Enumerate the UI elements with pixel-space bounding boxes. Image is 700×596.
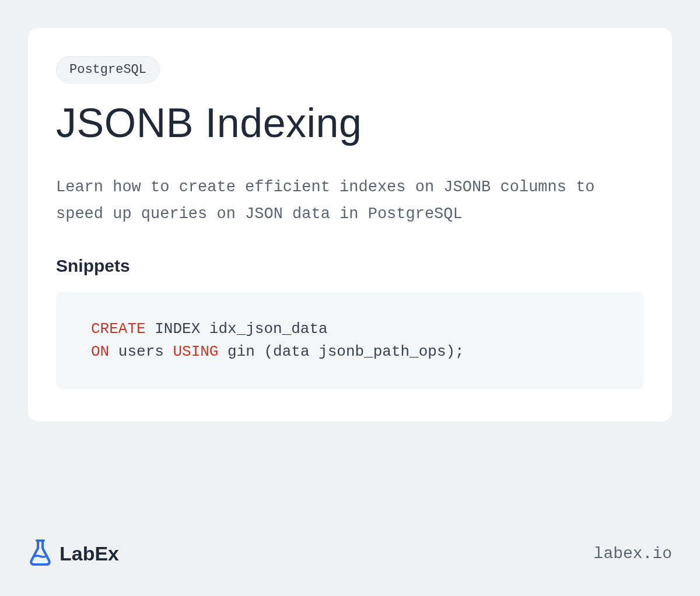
page-title: JSONB Indexing [56,100,644,146]
brand-name: LabEx [60,542,119,565]
description-text: Learn how to create efficient indexes on… [56,174,644,228]
code-keyword: ON [91,343,109,360]
brand-domain: labex.io [594,545,672,563]
code-text: gin (data jsonb_path_ops); [218,343,464,360]
code-keyword: USING [173,343,218,360]
code-snippet: CREATE INDEX idx_json_data ON users USIN… [56,292,644,389]
content-card: PostgreSQL JSONB Indexing Learn how to c… [28,28,672,422]
footer: LabEx labex.io [28,523,672,596]
code-keyword: CREATE [91,320,146,338]
snippets-heading: Snippets [56,256,644,276]
page: PostgreSQL JSONB Indexing Learn how to c… [0,0,700,596]
code-text: users [109,343,173,360]
code-text: INDEX idx_json_data [146,320,328,338]
flask-icon [28,539,52,568]
brand: LabEx [28,539,119,568]
category-tag: PostgreSQL [56,56,160,83]
